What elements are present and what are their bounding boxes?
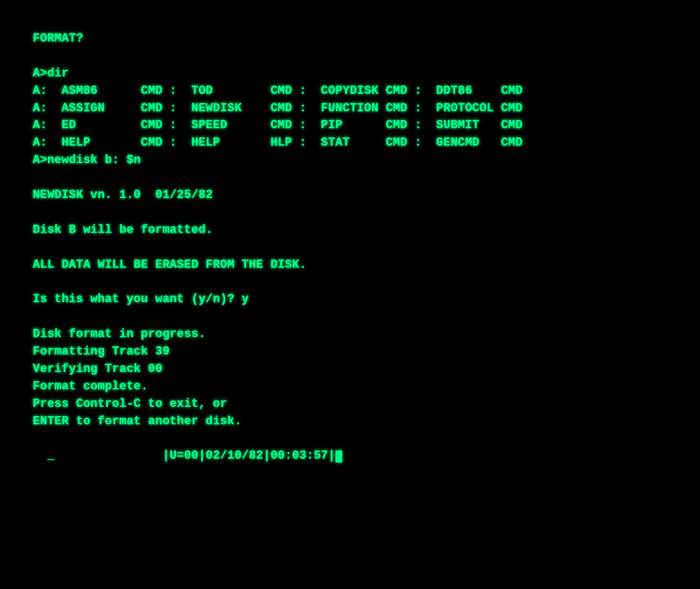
terminal-line — [33, 273, 667, 291]
terminal-output: FORMAT? A>dirA: ASM86 CMD : TOD CMD : CO… — [33, 30, 667, 465]
terminal-line — [33, 47, 667, 65]
terminal-line: A: ASSIGN CMD : NEWDISK CMD : FUNCTION C… — [33, 100, 667, 117]
terminal-line: A: ED CMD : SPEED CMD : PIP CMD : SUBMIT… — [33, 117, 667, 134]
terminal-line: Disk format in progress. — [33, 326, 667, 343]
terminal-line: Format complete. — [33, 378, 667, 395]
terminal-line — [33, 430, 667, 447]
terminal-line: ENTER to format another disk. — [33, 413, 667, 430]
terminal-line — [33, 239, 667, 256]
terminal-screen: FORMAT? A>dirA: ASM86 CMD : TOD CMD : CO… — [0, 0, 700, 589]
terminal-line: ALL DATA WILL BE ERASED FROM THE DISK. — [33, 256, 667, 274]
terminal-line: A>newdisk b: $n — [33, 152, 667, 169]
cursor — [336, 450, 342, 462]
terminal-line: Formatting Track 39 — [33, 343, 667, 360]
terminal-line: A: ASM86 CMD : TOD CMD : COPYDISK CMD : … — [33, 82, 667, 100]
terminal-line: A>dir — [33, 65, 667, 82]
terminal-line: Disk B will be formatted. — [33, 221, 667, 239]
terminal-line: Press Control-C to exit, or — [33, 395, 667, 413]
terminal-line: Verifying Track 00 — [33, 360, 667, 378]
terminal-line: NEWDISK vn. 1.0 01/25/82 — [33, 187, 667, 204]
terminal-line — [33, 169, 667, 187]
terminal-line: FORMAT? — [33, 30, 667, 47]
terminal-line: Is this what you want (y/n)? y — [33, 291, 667, 308]
terminal-line: A: HELP CMD : HELP HLP : STAT CMD : GENC… — [33, 134, 667, 152]
terminal-line — [33, 308, 667, 326]
terminal-line: _ |U=00|02/10/82|00:03:57| — [33, 447, 667, 465]
terminal-line — [33, 204, 667, 221]
